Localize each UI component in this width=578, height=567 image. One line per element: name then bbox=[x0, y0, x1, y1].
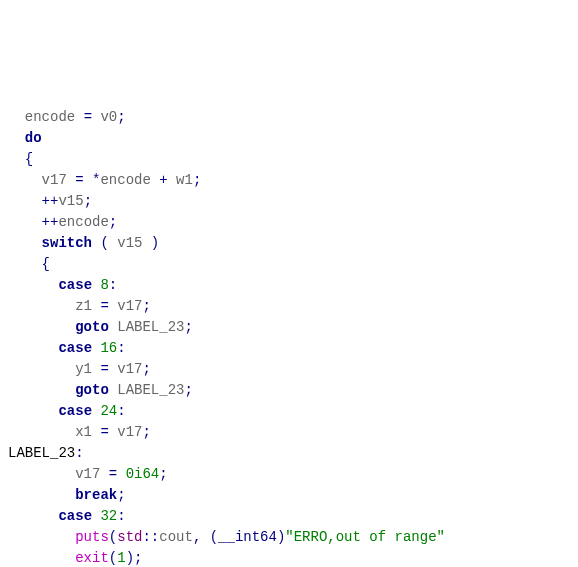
code-line: encode = v0; bbox=[8, 109, 126, 125]
label-def: LABEL_23 bbox=[8, 445, 75, 461]
string-literal: "ERRO,out of range" bbox=[285, 529, 445, 545]
operator: = bbox=[92, 361, 117, 377]
punct: ; bbox=[117, 109, 125, 125]
keyword: case bbox=[58, 508, 92, 524]
punct: ; bbox=[142, 361, 150, 377]
keyword: switch bbox=[42, 235, 92, 251]
number: 0i64 bbox=[126, 466, 160, 482]
identifier: v17 bbox=[117, 361, 142, 377]
code-line: goto LABEL_23; bbox=[8, 382, 193, 398]
punct: , ( bbox=[193, 529, 218, 545]
identifier: encode bbox=[58, 214, 108, 230]
operator: = bbox=[92, 424, 117, 440]
operator: ++ bbox=[42, 193, 59, 209]
code-line: { bbox=[8, 256, 50, 272]
label-ref: LABEL_23 bbox=[117, 319, 184, 335]
code-line: y1 = v17; bbox=[8, 361, 151, 377]
punct: ; bbox=[142, 298, 150, 314]
code-line: { bbox=[8, 151, 33, 167]
identifier: v15 bbox=[117, 235, 142, 251]
punct: ; bbox=[142, 424, 150, 440]
keyword: case bbox=[58, 277, 92, 293]
punct: ; bbox=[117, 487, 125, 503]
type: __int64 bbox=[218, 529, 277, 545]
keyword: goto bbox=[75, 319, 109, 335]
keyword: case bbox=[58, 403, 92, 419]
operator: ++ bbox=[42, 214, 59, 230]
punct: : bbox=[75, 445, 83, 461]
code-line: LABEL_23: bbox=[8, 445, 84, 461]
punct: ( bbox=[92, 235, 117, 251]
identifier: v15 bbox=[58, 193, 83, 209]
punct: ; bbox=[84, 193, 92, 209]
brace: { bbox=[25, 151, 33, 167]
keyword: goto bbox=[75, 382, 109, 398]
code-line: case 24: bbox=[8, 403, 126, 419]
punct: ; bbox=[109, 214, 117, 230]
identifier: encode bbox=[100, 172, 150, 188]
identifier: encode bbox=[25, 109, 75, 125]
identifier: z1 bbox=[75, 298, 92, 314]
operator: = bbox=[92, 298, 117, 314]
punct: ( bbox=[109, 550, 117, 566]
operator: :: bbox=[142, 529, 159, 545]
namespace: std bbox=[117, 529, 142, 545]
code-line: exit(1); bbox=[8, 550, 142, 566]
code-line: switch ( v15 ) bbox=[8, 235, 159, 251]
identifier: v17 bbox=[42, 172, 67, 188]
number: 16 bbox=[100, 340, 117, 356]
punct: ); bbox=[126, 550, 143, 566]
identifier: cout bbox=[159, 529, 193, 545]
identifier: v17 bbox=[75, 466, 100, 482]
identifier: w1 bbox=[176, 172, 193, 188]
punct: : bbox=[117, 508, 125, 524]
function-call: puts bbox=[75, 529, 109, 545]
code-line: ++v15; bbox=[8, 193, 92, 209]
code-line: z1 = v17; bbox=[8, 298, 151, 314]
code-line: case 8: bbox=[8, 277, 117, 293]
punct: : bbox=[117, 403, 125, 419]
operator: = bbox=[75, 109, 100, 125]
keyword: case bbox=[58, 340, 92, 356]
code-line: do bbox=[8, 130, 42, 146]
punct: ( bbox=[109, 529, 117, 545]
operator: + bbox=[151, 172, 176, 188]
punct: : bbox=[109, 277, 117, 293]
identifier: v0 bbox=[100, 109, 117, 125]
label-ref: LABEL_23 bbox=[117, 382, 184, 398]
punct: ; bbox=[193, 172, 201, 188]
code-line: break; bbox=[8, 487, 126, 503]
code-line: puts(std::cout, (__int64)"ERRO,out of ra… bbox=[8, 529, 445, 545]
code-line: case 32: bbox=[8, 508, 126, 524]
keyword: break bbox=[75, 487, 117, 503]
number: 32 bbox=[100, 508, 117, 524]
code-line: x1 = v17; bbox=[8, 424, 151, 440]
number: 24 bbox=[100, 403, 117, 419]
punct: : bbox=[117, 340, 125, 356]
keyword: do bbox=[25, 130, 42, 146]
code-editor[interactable]: encode = v0; do { v17 = *encode + w1; ++… bbox=[0, 84, 578, 567]
function-call: exit bbox=[75, 550, 109, 566]
punct: ; bbox=[159, 466, 167, 482]
brace: { bbox=[42, 256, 50, 272]
punct: ; bbox=[184, 382, 192, 398]
number: 8 bbox=[100, 277, 108, 293]
punct: ) bbox=[142, 235, 159, 251]
code-line: ++encode; bbox=[8, 214, 117, 230]
identifier: y1 bbox=[75, 361, 92, 377]
number: 1 bbox=[117, 550, 125, 566]
code-line: v17 = 0i64; bbox=[8, 466, 168, 482]
identifier: v17 bbox=[117, 298, 142, 314]
code-line: goto LABEL_23; bbox=[8, 319, 193, 335]
code-line: case 16: bbox=[8, 340, 126, 356]
operator: = bbox=[100, 466, 125, 482]
operator: = * bbox=[67, 172, 101, 188]
identifier: v17 bbox=[117, 424, 142, 440]
identifier: x1 bbox=[75, 424, 92, 440]
code-line: v17 = *encode + w1; bbox=[8, 172, 201, 188]
punct: ; bbox=[184, 319, 192, 335]
